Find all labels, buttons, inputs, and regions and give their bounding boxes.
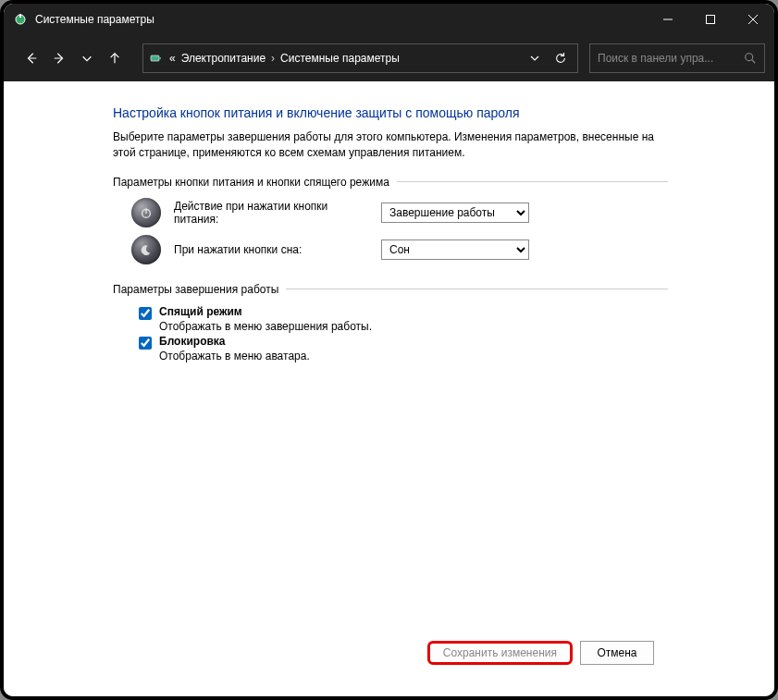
search-input[interactable]: Поиск в панели упра... [589, 43, 765, 73]
checkbox-lock-sub: Отображать в меню аватара. [159, 350, 310, 362]
minimize-button[interactable] [647, 4, 689, 35]
svg-line-12 [752, 60, 756, 64]
window-frame: Системные параметры [0, 0, 778, 700]
toolbar: « Электропитание › Системные параметры П… [4, 35, 774, 81]
search-icon [744, 52, 757, 65]
svg-point-11 [746, 54, 753, 61]
page-description: Выберите параметры завершения работы для… [113, 129, 659, 161]
checkbox-sleep-label: Спящий режим [159, 305, 372, 318]
refresh-button[interactable] [548, 52, 574, 65]
checkbox-lock[interactable] [139, 337, 152, 350]
cancel-button[interactable]: Отмена [580, 641, 654, 665]
app-icon [13, 12, 28, 27]
up-button[interactable] [104, 47, 126, 69]
sleep-button-select[interactable]: Сон [381, 239, 529, 260]
window-controls [647, 4, 774, 35]
power-button-label: Действие при нажатии кнопки питания: [174, 200, 368, 226]
power-button-row: Действие при нажатии кнопки питания: Зав… [113, 198, 747, 227]
search-placeholder: Поиск в панели упра... [598, 52, 740, 65]
breadcrumb-item-power[interactable]: Электропитание [181, 52, 266, 65]
group-buttons-header: Параметры кнопки питания и кнопки спящег… [113, 176, 668, 189]
address-dropdown[interactable] [522, 53, 548, 64]
svg-rect-3 [707, 16, 715, 24]
checkbox-lock-label: Блокировка [159, 335, 310, 348]
svg-rect-10 [159, 57, 161, 59]
sleep-icon [131, 235, 161, 264]
svg-rect-9 [151, 55, 159, 61]
power-button-select[interactable]: Завершение работы [381, 203, 529, 223]
checkbox-lock-row: Блокировка Отображать в меню аватара. [113, 335, 747, 362]
divider [286, 289, 668, 289]
titlebar: Системные параметры [4, 4, 774, 35]
power-icon [131, 198, 161, 227]
recent-dropdown[interactable] [76, 47, 98, 69]
close-button[interactable] [732, 4, 774, 35]
checkbox-sleep[interactable] [139, 307, 152, 320]
maximize-button[interactable] [689, 4, 732, 35]
chevron-right-icon: › [266, 52, 280, 65]
sleep-button-row: При нажатии кнопки сна: Сон [113, 235, 747, 264]
checkbox-sleep-row: Спящий режим Отображать в меню завершени… [113, 305, 747, 333]
group-buttons-title: Параметры кнопки питания и кнопки спящег… [113, 176, 389, 189]
breadcrumb-item-system[interactable]: Системные параметры [280, 52, 400, 65]
group-shutdown-header: Параметры завершения работы [113, 283, 668, 296]
forward-button[interactable] [48, 47, 70, 69]
window-title: Системные параметры [35, 13, 647, 26]
footer: Сохранить изменения Отмена [113, 632, 747, 685]
page-heading: Настройка кнопок питания и включение защ… [113, 105, 747, 120]
content-area: Настройка кнопок питания и включение защ… [4, 81, 774, 696]
address-bar[interactable]: « Электропитание › Системные параметры [142, 43, 578, 73]
breadcrumb-prefix: « [169, 52, 176, 65]
sleep-button-label: При нажатии кнопки сна: [174, 243, 368, 256]
battery-icon [147, 51, 166, 66]
checkbox-sleep-sub: Отображать в меню завершения работы. [159, 320, 372, 333]
divider [397, 181, 668, 182]
group-shutdown-title: Параметры завершения работы [113, 283, 278, 296]
svg-rect-1 [19, 14, 21, 18]
save-button[interactable]: Сохранить изменения [427, 641, 573, 665]
back-button[interactable] [20, 47, 43, 69]
